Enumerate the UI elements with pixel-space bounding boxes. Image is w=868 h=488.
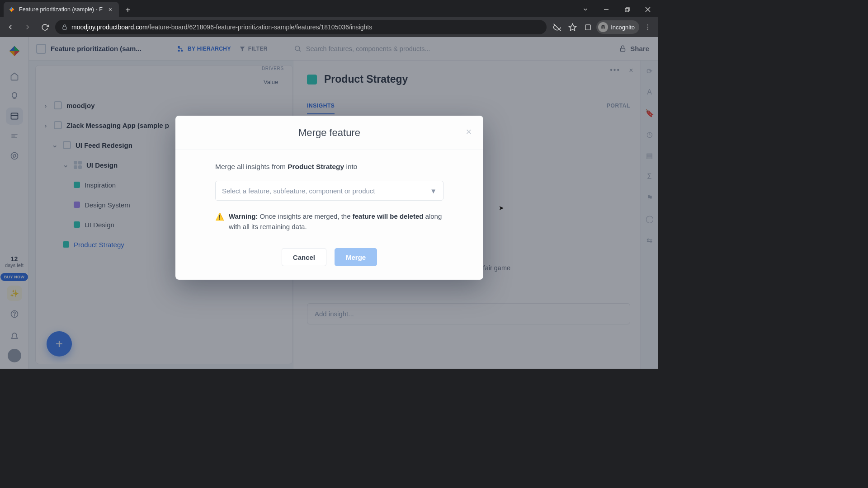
eye-off-icon[interactable] bbox=[550, 20, 564, 34]
merge-button[interactable]: Merge bbox=[335, 248, 377, 266]
svg-marker-2 bbox=[12, 9, 14, 12]
svg-rect-4 bbox=[625, 8, 628, 11]
select-placeholder: Select a feature, subfeature, component … bbox=[222, 187, 375, 195]
tab-title: Feature prioritization (sample) - F bbox=[19, 6, 103, 13]
bookmark-star-icon[interactable] bbox=[566, 20, 579, 34]
warning-message: ⚠️ Warning: Once insights are merged, th… bbox=[215, 211, 443, 232]
svg-rect-11 bbox=[585, 24, 590, 29]
svg-point-16 bbox=[647, 29, 648, 30]
svg-point-12 bbox=[601, 27, 603, 29]
minimize-button[interactable] bbox=[596, 2, 617, 17]
back-button[interactable] bbox=[4, 20, 17, 34]
favicon-icon bbox=[8, 6, 15, 13]
caret-down-icon: ▼ bbox=[430, 187, 437, 195]
new-tab-button[interactable]: + bbox=[122, 4, 134, 16]
incognito-indicator[interactable]: Incognito bbox=[596, 20, 639, 34]
lock-icon bbox=[61, 24, 68, 30]
svg-point-13 bbox=[604, 27, 605, 29]
incognito-icon bbox=[598, 22, 608, 32]
incognito-label: Incognito bbox=[611, 24, 635, 31]
tab-search-icon[interactable] bbox=[575, 2, 596, 17]
browser-toolbar: moodjoy.productboard.com/feature-board/6… bbox=[0, 17, 658, 37]
svg-marker-10 bbox=[569, 23, 576, 30]
reload-button[interactable] bbox=[38, 20, 52, 34]
url-host: moodjoy.productboard.com bbox=[71, 23, 148, 31]
browser-tabstrip: Feature prioritization (sample) - F × + bbox=[0, 0, 658, 17]
svg-point-14 bbox=[647, 24, 648, 25]
window-controls bbox=[575, 2, 658, 17]
maximize-button[interactable] bbox=[617, 2, 637, 17]
merge-description: Merge all insights from Product Strategy… bbox=[215, 163, 443, 171]
svg-rect-8 bbox=[63, 27, 66, 29]
extensions-icon[interactable] bbox=[581, 20, 594, 34]
forward-button[interactable] bbox=[21, 20, 34, 34]
svg-point-15 bbox=[647, 27, 648, 28]
cancel-button[interactable]: Cancel bbox=[282, 248, 326, 266]
close-window-button[interactable] bbox=[637, 2, 658, 17]
address-bar[interactable]: moodjoy.productboard.com/feature-board/6… bbox=[55, 20, 547, 34]
svg-rect-5 bbox=[626, 7, 629, 10]
modal-close-icon[interactable]: × bbox=[462, 126, 475, 138]
merge-feature-modal: Merge feature × Merge all insights from … bbox=[175, 116, 483, 280]
tab-close-icon[interactable]: × bbox=[106, 6, 114, 13]
svg-marker-1 bbox=[9, 7, 12, 9]
modal-title: Merge feature bbox=[298, 127, 360, 139]
url-path: /feature-board/6218096-feature-prioritiz… bbox=[148, 23, 373, 31]
target-feature-select[interactable]: Select a feature, subfeature, component … bbox=[215, 181, 443, 201]
cursor-icon: ➤ bbox=[499, 204, 504, 211]
browser-tab[interactable]: Feature prioritization (sample) - F × bbox=[4, 2, 119, 17]
kebab-menu-icon[interactable] bbox=[641, 20, 655, 34]
warning-icon: ⚠️ bbox=[215, 211, 224, 232]
